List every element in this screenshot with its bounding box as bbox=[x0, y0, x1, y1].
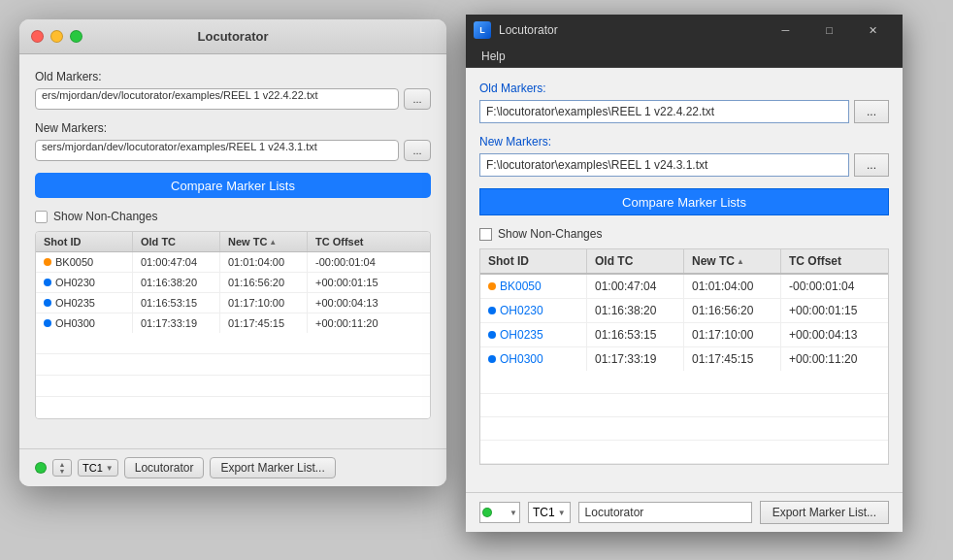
mac-td-shot-1: OH0230 bbox=[36, 273, 133, 292]
win-new-markers-browse[interactable]: ... bbox=[854, 153, 889, 177]
win-footer: ▼ TC1 ▼ Export Marker List... bbox=[466, 492, 903, 532]
win-compare-button[interactable]: Compare Marker Lists bbox=[479, 188, 889, 215]
mac-td-new-tc-2: 01:17:10:00 bbox=[220, 293, 308, 313]
mac-td-offset-2: +00:00:04:13 bbox=[308, 293, 430, 313]
mac-status-stepper[interactable]: ▲ ▼ bbox=[52, 459, 72, 477]
win-td-offset-2: +00:00:04:13 bbox=[781, 323, 888, 346]
mac-th-tc-offset: TC Offset bbox=[308, 232, 430, 251]
empty-row bbox=[480, 371, 888, 394]
win-new-markers-label: New Markers: bbox=[479, 135, 889, 148]
dot-icon bbox=[488, 282, 496, 290]
win-show-nonchanges-label: Show Non-Changes bbox=[498, 227, 602, 241]
win-old-markers-row: ... bbox=[479, 100, 889, 123]
mac-show-nonchanges-row: Show Non-Changes bbox=[35, 210, 431, 223]
win-new-markers-input[interactable] bbox=[479, 153, 849, 177]
win-td-old-tc-3: 01:17:33:19 bbox=[587, 347, 684, 371]
table-row: OH0230 01:16:38:20 01:16:56:20 +00:00:01… bbox=[36, 273, 430, 293]
win-minimize-button[interactable]: ─ bbox=[764, 15, 807, 46]
mac-show-nonchanges-checkbox[interactable] bbox=[35, 211, 48, 223]
win-old-markers-browse[interactable]: ... bbox=[854, 100, 889, 123]
mac-new-markers-label: New Markers: bbox=[35, 121, 431, 135]
win-results-table: Shot ID Old TC New TC ▲ TC Offset BK0050… bbox=[479, 248, 889, 465]
mac-td-offset-3: +00:00:11:20 bbox=[308, 313, 430, 333]
table-row: BK0050 01:00:47:04 01:01:04:00 -00:00:01… bbox=[480, 275, 888, 299]
mac-compare-button[interactable]: Compare Marker Lists bbox=[35, 173, 431, 198]
win-maximize-button[interactable]: □ bbox=[807, 15, 851, 46]
win-new-markers-row: ... bbox=[479, 153, 889, 177]
tc-chevron-icon: ▼ bbox=[106, 464, 114, 473]
mac-new-markers-input[interactable]: sers/mjordan/dev/locutorator/examples/RE… bbox=[35, 140, 399, 161]
win-old-markers-input[interactable] bbox=[479, 100, 849, 123]
mac-th-new-tc[interactable]: New TC ▲ bbox=[220, 232, 308, 251]
dot-icon bbox=[488, 331, 496, 339]
win-td-old-tc-1: 01:16:38:20 bbox=[587, 299, 684, 322]
empty-row bbox=[36, 376, 430, 397]
mac-th-shot-id: Shot ID bbox=[36, 232, 133, 251]
win-td-shot-3: OH0300 bbox=[480, 347, 587, 371]
win-window-title: Locutorator bbox=[499, 23, 558, 37]
mac-td-shot-2: OH0235 bbox=[36, 293, 133, 313]
win-td-offset-1: +00:00:01:15 bbox=[781, 299, 888, 322]
mac-td-shot-3: OH0300 bbox=[36, 313, 133, 333]
mac-td-offset-0: -00:00:01:04 bbox=[308, 252, 430, 272]
mac-new-markers-browse[interactable]: ... bbox=[404, 140, 431, 161]
mac-minimize-button[interactable] bbox=[50, 30, 63, 43]
empty-row bbox=[480, 441, 888, 464]
mac-maximize-button[interactable] bbox=[70, 30, 82, 43]
win-tc-chevron-icon: ▼ bbox=[558, 509, 566, 517]
win-status-select[interactable]: ▼ bbox=[479, 502, 520, 523]
mac-status-dot bbox=[35, 462, 47, 474]
empty-row bbox=[36, 354, 430, 376]
win-th-shot-id: Shot ID bbox=[480, 249, 587, 273]
dot-icon bbox=[488, 307, 496, 314]
win-window-controls: ─ □ ✕ bbox=[764, 15, 895, 46]
mac-td-new-tc-0: 01:01:04:00 bbox=[220, 252, 308, 272]
mac-old-markers-label: Old Markers: bbox=[35, 70, 431, 83]
mac-export-button[interactable]: Export Marker List... bbox=[210, 457, 335, 478]
win-td-old-tc-0: 01:00:47:04 bbox=[587, 275, 684, 298]
win-th-old-tc: Old TC bbox=[587, 249, 684, 273]
mac-app-name-button[interactable]: Locutorator bbox=[124, 457, 205, 478]
mac-close-button[interactable] bbox=[31, 30, 44, 43]
win-status-chevron-icon: ▼ bbox=[509, 509, 517, 517]
mac-results-table: Shot ID Old TC New TC ▲ TC Offset BK0050… bbox=[35, 231, 431, 419]
mac-old-markers-input[interactable]: ers/mjordan/dev/locutorator/examples/REE… bbox=[35, 88, 399, 110]
win-th-new-tc[interactable]: New TC ▲ bbox=[684, 249, 781, 273]
win-show-nonchanges-row: Show Non-Changes bbox=[479, 227, 889, 241]
win-close-button[interactable]: ✕ bbox=[851, 15, 895, 46]
dot-icon bbox=[44, 299, 51, 307]
mac-td-new-tc-3: 01:17:45:15 bbox=[220, 313, 308, 333]
win-status-dot bbox=[482, 508, 492, 517]
win-app-name-input[interactable] bbox=[578, 502, 752, 523]
mac-table-body: BK0050 01:00:47:04 01:01:04:00 -00:00:01… bbox=[36, 252, 430, 333]
mac-old-markers-row: ers/mjordan/dev/locutorator/examples/REE… bbox=[35, 88, 431, 110]
win-menu-help[interactable]: Help bbox=[474, 46, 513, 67]
dot-icon bbox=[44, 319, 51, 327]
mac-td-old-tc-3: 01:17:33:19 bbox=[133, 313, 220, 333]
win-title-left: L Locutorator bbox=[474, 21, 558, 39]
mac-old-markers-browse[interactable]: ... bbox=[404, 88, 431, 110]
mac-show-nonchanges-label: Show Non-Changes bbox=[53, 210, 157, 223]
chevron-up-icon: ▲ bbox=[59, 461, 66, 468]
mac-window-title: Locutorator bbox=[198, 29, 269, 44]
chevron-down-icon: ▼ bbox=[59, 468, 66, 475]
mac-window-controls bbox=[31, 30, 82, 43]
mac-window: Locutorator Old Markers: ers/mjordan/dev… bbox=[19, 19, 446, 486]
table-row: BK0050 01:00:47:04 01:01:04:00 -00:00:01… bbox=[36, 252, 430, 273]
dot-icon bbox=[44, 258, 51, 266]
mac-new-markers-row: sers/mjordan/dev/locutorator/examples/RE… bbox=[35, 140, 431, 161]
win-export-button[interactable]: Export Marker List... bbox=[760, 501, 889, 524]
mac-td-shot-0: BK0050 bbox=[36, 252, 133, 272]
win-tc-select[interactable]: TC1 ▼ bbox=[528, 502, 571, 523]
win-table-header: Shot ID Old TC New TC ▲ TC Offset bbox=[480, 249, 888, 275]
table-row: OH0235 01:16:53:15 01:17:10:00 +00:00:04… bbox=[480, 323, 888, 347]
table-row: OH0300 01:17:33:19 01:17:45:15 +00:00:11… bbox=[36, 313, 430, 333]
mac-td-new-tc-1: 01:16:56:20 bbox=[220, 273, 308, 292]
sort-arrow-icon: ▲ bbox=[269, 238, 277, 247]
empty-row bbox=[480, 394, 888, 417]
mac-tc-select[interactable]: TC1 ▼ bbox=[78, 459, 118, 477]
win-td-shot-1: OH0230 bbox=[480, 299, 587, 322]
mac-td-old-tc-0: 01:00:47:04 bbox=[133, 252, 220, 272]
win-show-nonchanges-checkbox[interactable] bbox=[479, 228, 492, 241]
mac-td-old-tc-2: 01:16:53:15 bbox=[133, 293, 220, 313]
